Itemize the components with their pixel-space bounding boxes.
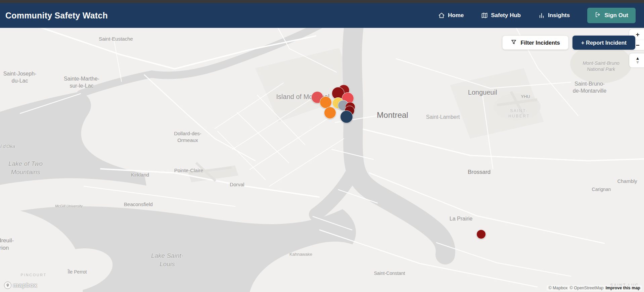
nav-home-label: Home	[448, 12, 464, 19]
browser-chrome-strip	[0, 0, 644, 3]
main-nav: Home Safety Hub Insights Sign Out	[438, 8, 636, 23]
report-incident-button[interactable]: + Report Incident	[572, 36, 635, 50]
improve-map-link[interactable]: Improve this map	[606, 286, 641, 290]
attribution-mapbox-link[interactable]: © Mapbox	[548, 286, 567, 290]
filter-incidents-label: Filter Incidents	[520, 40, 560, 46]
filter-incidents-button[interactable]: Filter Incidents	[502, 36, 568, 50]
report-incident-label: + Report Incident	[581, 40, 627, 46]
map-markers-layer	[0, 28, 644, 292]
bar-chart-icon	[538, 12, 545, 19]
map-canvas[interactable]: Saint-EustacheSaint-Joseph- du-LacSainte…	[0, 28, 644, 292]
pitch-down-button[interactable]: ▼	[636, 60, 640, 64]
nav-home[interactable]: Home	[438, 12, 464, 19]
map-icon	[481, 12, 488, 19]
incident-marker[interactable]	[324, 107, 336, 119]
nav-insights-label: Insights	[548, 12, 570, 19]
map-attribution: © Mapbox © OpenStreetMap Improve this ma…	[547, 285, 642, 291]
nav-insights[interactable]: Insights	[538, 12, 570, 19]
sign-out-icon	[595, 11, 601, 19]
mapbox-logo-icon	[4, 282, 11, 289]
home-icon	[438, 12, 445, 19]
filter-funnel-icon	[511, 39, 517, 46]
incident-marker[interactable]	[476, 230, 486, 239]
map-pitch-control: ▲ ▼	[629, 53, 644, 67]
zoom-out-glyph: −	[636, 42, 639, 49]
zoom-in-glyph: +	[636, 31, 639, 38]
sign-out-button[interactable]: Sign Out	[587, 8, 636, 23]
app-title: Community Safety Watch	[5, 11, 108, 20]
attribution-osm-link[interactable]: © OpenStreetMap	[570, 286, 604, 290]
nav-safety-hub[interactable]: Safety Hub	[481, 12, 521, 19]
mapbox-logo-text: mapbox	[13, 282, 37, 289]
incident-marker[interactable]	[340, 110, 353, 123]
sign-out-label: Sign Out	[604, 12, 628, 19]
app-header: Community Safety Watch Home Safety Hub I…	[0, 3, 644, 28]
nav-safety-hub-label: Safety Hub	[491, 12, 521, 19]
mapbox-logo[interactable]: mapbox	[4, 282, 37, 289]
map-toolbar: Filter Incidents + Report Incident	[502, 36, 635, 50]
